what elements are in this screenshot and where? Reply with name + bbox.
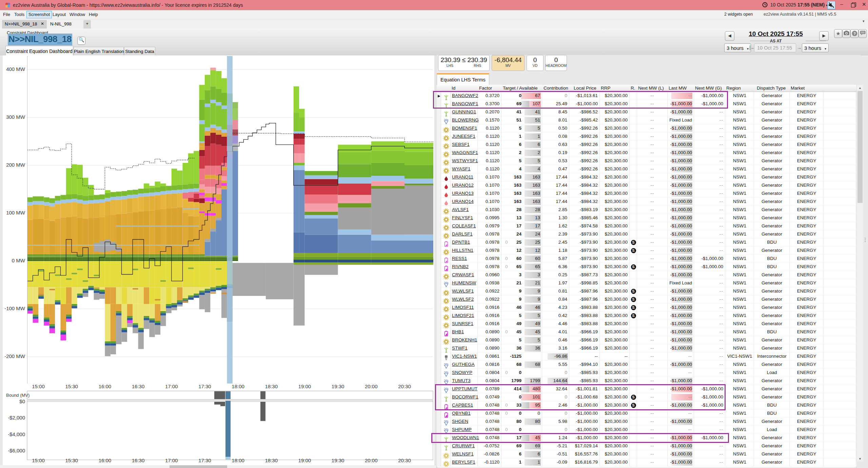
svg-text:20:30: 20:30: [398, 383, 411, 389]
svg-text:?: ?: [853, 32, 856, 36]
svg-text:20:00: 20:00: [365, 457, 378, 463]
svg-text:-$4,000: -$4,000: [8, 431, 25, 437]
svg-text:$0: $0: [19, 398, 25, 404]
svg-text:400 MW: 400 MW: [6, 66, 25, 72]
svg-text:17:30: 17:30: [198, 383, 211, 389]
svg-text:16:30: 16:30: [132, 457, 145, 463]
svg-text:20:30: 20:30: [398, 457, 411, 463]
svg-text:Bound (MV): Bound (MV): [6, 393, 29, 398]
svg-text:18:30: 18:30: [265, 383, 278, 389]
svg-text:17:30: 17:30: [198, 457, 211, 463]
svg-text:0 MW: 0 MW: [12, 258, 25, 263]
svg-text:20:00: 20:00: [365, 383, 378, 389]
svg-text:-200 MW: -200 MW: [4, 353, 25, 359]
svg-text:15:30: 15:30: [65, 457, 78, 463]
svg-text:200 MW: 200 MW: [6, 162, 25, 168]
svg-text:17:00: 17:00: [165, 383, 178, 389]
svg-text:19:30: 19:30: [332, 457, 344, 463]
svg-text:16:00: 16:00: [99, 383, 112, 389]
svg-text:15:30: 15:30: [65, 383, 78, 389]
svg-text:16:00: 16:00: [99, 457, 112, 463]
svg-text:19:30: 19:30: [332, 383, 344, 389]
svg-text:18:00: 18:00: [232, 383, 244, 389]
svg-text:15:00: 15:00: [32, 457, 45, 463]
svg-text:17:00: 17:00: [165, 457, 178, 463]
svg-text:-100 MW: -100 MW: [4, 305, 25, 311]
svg-text:15:00: 15:00: [32, 383, 45, 389]
svg-text:300 MW: 300 MW: [6, 114, 25, 120]
svg-text:-$6,000: -$6,000: [8, 448, 25, 453]
svg-text:-$2,000: -$2,000: [8, 415, 25, 420]
svg-text:19:00: 19:00: [298, 457, 311, 463]
svg-text:18:30: 18:30: [265, 457, 278, 463]
svg-text:16:30: 16:30: [132, 383, 145, 389]
svg-text:100 MW: 100 MW: [6, 210, 25, 216]
svg-text:19:00: 19:00: [298, 383, 311, 389]
svg-text:18:00: 18:00: [232, 457, 244, 463]
